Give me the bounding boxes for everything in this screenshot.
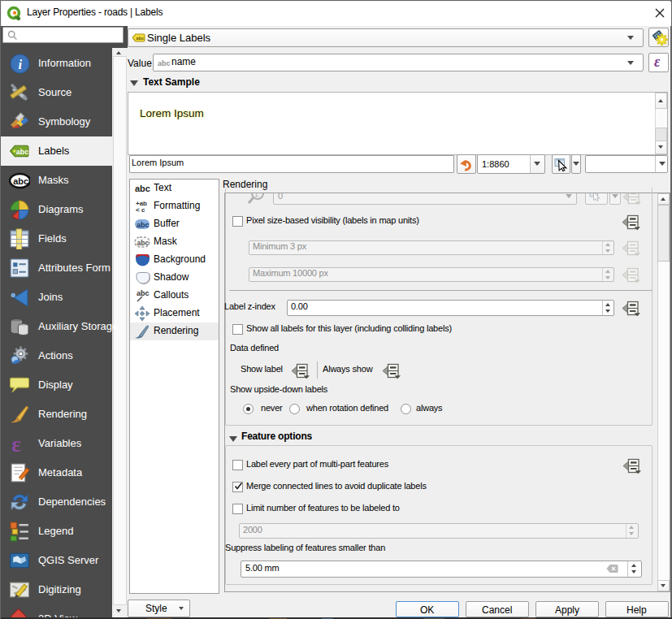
- svg-text:abc: abc: [135, 184, 150, 193]
- svg-text:ε: ε: [11, 433, 21, 454]
- svg-text:abc: abc: [16, 148, 28, 156]
- svg-text:abc: abc: [13, 176, 28, 186]
- svg-text:1: 1: [254, 193, 258, 198]
- svg-text:abc: abc: [137, 221, 150, 229]
- svg-text:i: i: [18, 57, 22, 72]
- svg-text:abc: abc: [137, 36, 144, 41]
- svg-text:abc: abc: [137, 239, 150, 247]
- svg-text:< c: < c: [136, 206, 145, 214]
- svg-text:abc: abc: [137, 289, 150, 297]
